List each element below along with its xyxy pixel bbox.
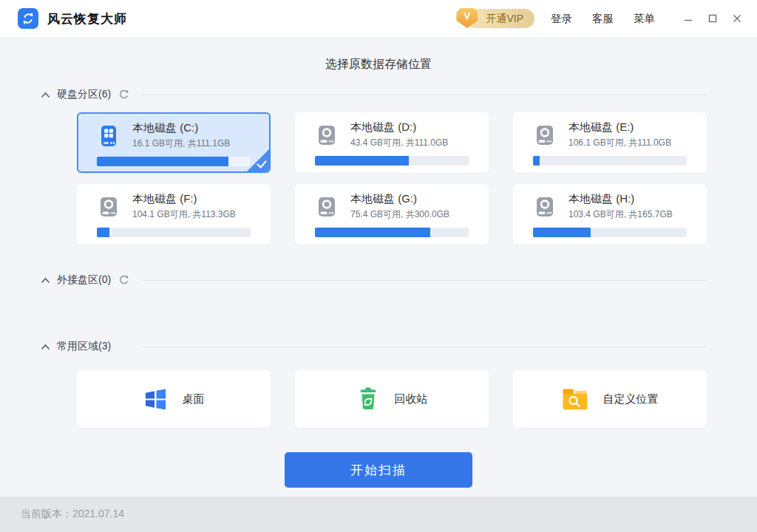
app-logo-icon — [18, 8, 38, 29]
desktop-card[interactable]: 桌面 — [77, 370, 271, 428]
disk-usage-bar — [315, 156, 469, 166]
disk-usage-bar — [315, 228, 469, 237]
disk-card-e[interactable]: 本地磁盘 (E:) 106.1 GB可用, 共111.0GB — [513, 112, 707, 173]
disk-detail: 16.1 GB可用, 共111.1GB — [132, 137, 230, 150]
recycle-bin-card[interactable]: 回收站 — [295, 370, 489, 428]
footer: 当前版本：2021.07.14 — [0, 497, 757, 532]
login-link[interactable]: 登录 — [551, 12, 572, 26]
disk-name: 本地磁盘 (H:) — [568, 192, 673, 206]
disk-usage-bar — [97, 157, 251, 166]
disk-name: 本地磁盘 (E:) — [568, 120, 671, 134]
section-common-label: 常用区域(3) — [57, 340, 111, 353]
disk-card-c[interactable]: 本地磁盘 (C:) 16.1 GB可用, 共111.1GB — [77, 112, 271, 173]
refresh-external-button[interactable] — [118, 275, 129, 286]
disk-name: 本地磁盘 (G:) — [350, 192, 449, 206]
disk-detail: 75.4 GB可用, 共300.0GB — [350, 208, 449, 221]
custom-location-label: 自定义位置 — [603, 392, 659, 406]
refresh-hard-disk-button[interactable] — [118, 89, 129, 100]
main-content: 选择原数据存储位置 硬盘分区(6) — [0, 37, 757, 497]
vip-button[interactable]: V 开通VIP — [465, 9, 534, 28]
section-hard-disk-label: 硬盘分区(6) — [57, 88, 111, 101]
disk-drive-icon — [97, 124, 120, 148]
disk-drive-icon — [533, 123, 557, 147]
refresh-icon — [118, 89, 129, 100]
recycle-bin-icon — [356, 386, 380, 412]
disk-name: 本地磁盘 (C:) — [132, 121, 230, 135]
custom-location-card[interactable]: 自定义位置 — [513, 370, 707, 428]
common-area-grid: 桌面 回收站 — [77, 370, 757, 428]
disk-name: 本地磁盘 (F:) — [132, 192, 236, 206]
disk-detail: 104.1 GB可用, 共113.3GB — [132, 208, 236, 221]
start-scan-button[interactable]: 开始扫描 — [285, 452, 472, 488]
section-hard-disk-header: 硬盘分区(6) — [41, 87, 707, 102]
chevron-up-icon[interactable] — [41, 344, 50, 350]
windows-desktop-icon — [143, 387, 168, 412]
disk-drive-icon — [315, 195, 339, 219]
recycle-bin-label: 回收站 — [395, 392, 428, 406]
disk-usage-bar — [533, 228, 687, 237]
close-button[interactable] — [726, 7, 748, 30]
titlebar: 风云恢复大师 V 开通VIP 登录 客服 菜单 — [0, 0, 757, 37]
version-text: 当前版本：2021.07.14 — [21, 508, 124, 521]
desktop-label: 桌面 — [183, 392, 205, 406]
chevron-up-icon[interactable] — [41, 92, 50, 98]
disk-drive-icon — [533, 195, 557, 219]
menu-link[interactable]: 菜单 — [634, 12, 655, 26]
support-link[interactable]: 客服 — [592, 12, 614, 26]
disk-detail: 106.1 GB可用, 共111.0GB — [568, 137, 671, 149]
disk-detail: 43.4 GB可用, 共111.0GB — [350, 137, 448, 149]
disk-card-g[interactable]: 本地磁盘 (G:) 75.4 GB可用, 共300.0GB — [295, 184, 489, 245]
disk-card-h[interactable]: 本地磁盘 (H:) 103.4 GB可用, 共165.7GB — [513, 184, 707, 245]
disk-usage-bar — [97, 228, 251, 237]
app-title: 风云恢复大师 — [47, 10, 127, 27]
folder-search-icon — [562, 388, 588, 411]
page-title: 选择原数据存储位置 — [0, 37, 757, 72]
check-icon — [257, 160, 267, 168]
chevron-up-icon[interactable] — [41, 277, 50, 284]
disk-card-f[interactable]: 本地磁盘 (F:) 104.1 GB可用, 共113.3GB — [77, 184, 271, 245]
disk-drive-icon — [315, 123, 339, 147]
close-icon — [733, 14, 741, 23]
disk-grid: 本地磁盘 (C:) 16.1 GB可用, 共111.1GB — [77, 112, 757, 245]
disk-detail: 103.4 GB可用, 共165.7GB — [568, 208, 673, 221]
minimize-icon — [684, 14, 693, 23]
disk-usage-bar — [533, 156, 687, 166]
maximize-button[interactable] — [702, 7, 724, 30]
disk-drive-icon — [97, 195, 120, 219]
section-external-label: 外接盘区(0) — [57, 273, 111, 287]
disk-name: 本地磁盘 (D:) — [350, 120, 448, 134]
maximize-icon — [708, 14, 717, 23]
disk-card-d[interactable]: 本地磁盘 (D:) 43.4 GB可用, 共111.0GB — [295, 112, 489, 173]
app-window: 风云恢复大师 V 开通VIP 登录 客服 菜单 选择原数据存储位置 硬盘分区(6… — [0, 0, 757, 532]
refresh-icon — [118, 275, 129, 286]
section-external-header: 外接盘区(0) — [41, 273, 707, 287]
section-common-header: 常用区域(3) — [41, 339, 707, 354]
minimize-button[interactable] — [677, 7, 699, 30]
